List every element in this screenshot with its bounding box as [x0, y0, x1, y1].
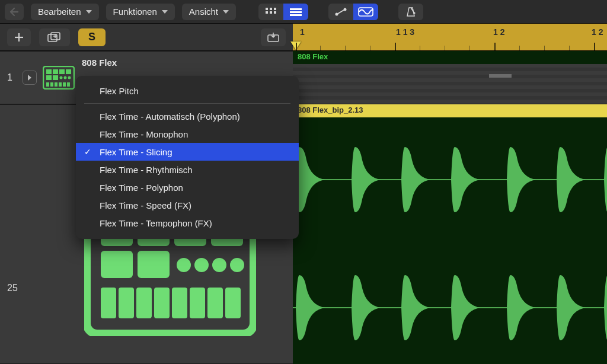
region-name: 808 Flex_bip_2.13: [298, 106, 363, 114]
region-name: 808 Flex: [298, 52, 328, 61]
ruler-label: 1: [300, 27, 305, 37]
svg-rect-1: [270, 8, 272, 10]
svg-rect-58: [190, 288, 205, 318]
timeline-ruler[interactable]: 1 1 1 3 1 2 1 2: [293, 24, 607, 51]
grid-view-button[interactable]: [258, 4, 283, 20]
svg-rect-3: [266, 11, 268, 14]
svg-rect-27: [46, 75, 52, 80]
track-name: 808 Flex: [82, 58, 117, 68]
svg-rect-6: [290, 8, 302, 10]
flex-tool-button[interactable]: [353, 4, 378, 20]
svg-rect-5: [274, 11, 276, 14]
list-view-button[interactable]: [283, 4, 308, 20]
svg-point-51: [212, 258, 226, 272]
svg-rect-24: [53, 69, 58, 74]
arrangement-area[interactable]: 808 Flex 808 Flex_bip_2.13: [293, 51, 607, 364]
svg-rect-47: [101, 251, 133, 278]
svg-rect-48: [138, 251, 170, 278]
midi-body: [293, 64, 607, 104]
svg-rect-37: [67, 82, 70, 87]
menu-functions[interactable]: Funktionen: [106, 4, 175, 20]
menu-item-label: Flex Pitch: [100, 86, 139, 96]
waveform-area: [293, 117, 607, 364]
svg-point-31: [68, 76, 71, 79]
menu-view[interactable]: Ansicht: [182, 4, 236, 20]
svg-point-30: [64, 76, 67, 79]
svg-rect-60: [225, 288, 241, 318]
midi-region[interactable]: 808 Flex: [293, 51, 607, 104]
automation-tool-button[interactable]: [328, 4, 353, 20]
menu-item-label: Flex Time - Tempophon (FX): [100, 218, 212, 228]
solo-label: S: [88, 31, 95, 43]
region-header: 808 Flex_bip_2.13: [293, 104, 607, 117]
add-track-button[interactable]: [7, 28, 31, 46]
ruler-label: 1 2: [493, 27, 504, 37]
svg-rect-8: [290, 14, 302, 16]
track-number: 1: [7, 72, 12, 83]
import-button[interactable]: [261, 28, 286, 46]
svg-rect-7: [290, 11, 302, 13]
menu-separator: [84, 103, 290, 104]
menu-edit[interactable]: Bearbeiten: [31, 4, 99, 20]
svg-rect-25: [59, 69, 65, 74]
svg-rect-23: [46, 69, 52, 74]
chevron-down-icon: [162, 10, 168, 14]
menu-item-flex-mono[interactable]: Flex Time - Monophon: [76, 125, 299, 143]
menu-item-label: Flex Time - Speed (FX): [100, 200, 191, 210]
disclosure-button[interactable]: [23, 71, 37, 85]
svg-point-50: [194, 258, 209, 272]
svg-rect-54: [119, 288, 134, 318]
solo-button[interactable]: S: [78, 28, 106, 46]
chevron-down-icon: [223, 10, 229, 14]
menu-edit-label: Bearbeiten: [38, 7, 81, 17]
midi-note: [489, 74, 512, 78]
svg-rect-33: [50, 82, 53, 87]
chevron-down-icon: [86, 10, 92, 14]
menu-item-flex-pitch[interactable]: Flex Pitch: [76, 82, 299, 100]
back-button[interactable]: [5, 4, 24, 20]
menu-item-flex-slicing[interactable]: Flex Time - Slicing: [76, 143, 299, 161]
menu-item-flex-rhythmic[interactable]: Flex Time - Rhythmisch: [76, 161, 299, 178]
menu-item-label: Flex Time - Polyphon: [100, 183, 183, 193]
duplicate-track-button[interactable]: [39, 28, 70, 46]
metronome-button[interactable]: [398, 4, 423, 20]
view-mode-group: [258, 4, 308, 20]
svg-rect-28: [53, 75, 58, 80]
svg-rect-53: [101, 288, 116, 318]
flex-mode-menu: Flex Pitch Flex Time - Automatisch (Poly…: [76, 76, 299, 239]
track-number: 25: [7, 283, 18, 293]
menu-item-label: Flex Time - Slicing: [100, 147, 172, 157]
track-icon: [43, 66, 75, 90]
audio-region[interactable]: 808 Flex_bip_2.13: [293, 104, 607, 364]
menu-item-label: Flex Time - Monophon: [100, 129, 188, 139]
menu-functions-label: Funktionen: [113, 7, 157, 17]
svg-point-52: [230, 258, 244, 272]
svg-rect-0: [266, 8, 268, 10]
svg-point-29: [60, 76, 63, 79]
svg-rect-57: [172, 288, 187, 318]
menu-item-label: Flex Time - Automatisch (Polyphon): [100, 111, 240, 122]
svg-rect-32: [46, 82, 49, 87]
menu-item-flex-poly[interactable]: Flex Time - Polyphon: [76, 178, 299, 196]
svg-rect-4: [270, 11, 272, 14]
svg-rect-36: [63, 82, 66, 87]
app-menubar: Bearbeiten Funktionen Ansicht: [0, 0, 607, 24]
menu-item-flex-speed[interactable]: Flex Time - Speed (FX): [76, 196, 299, 214]
track-toolbar: S: [0, 24, 293, 51]
svg-rect-34: [55, 82, 57, 87]
svg-rect-26: [66, 69, 71, 74]
menu-item-flex-auto[interactable]: Flex Time - Automatisch (Polyphon): [76, 107, 299, 125]
tool-mode-group: [328, 4, 378, 20]
menu-view-label: Ansicht: [189, 7, 218, 17]
menu-item-label: Flex Time - Rhythmisch: [100, 165, 193, 175]
ruler-label: 1 1 3: [396, 27, 414, 37]
svg-rect-59: [207, 288, 223, 318]
region-header: 808 Flex: [293, 51, 607, 64]
svg-rect-35: [59, 82, 62, 87]
svg-rect-2: [274, 8, 276, 10]
menu-item-flex-tempophon[interactable]: Flex Time - Tempophon (FX): [76, 214, 299, 232]
svg-rect-56: [154, 288, 170, 318]
svg-rect-12: [359, 8, 373, 16]
ruler-label: 1 2: [592, 27, 603, 37]
svg-line-11: [338, 10, 344, 14]
